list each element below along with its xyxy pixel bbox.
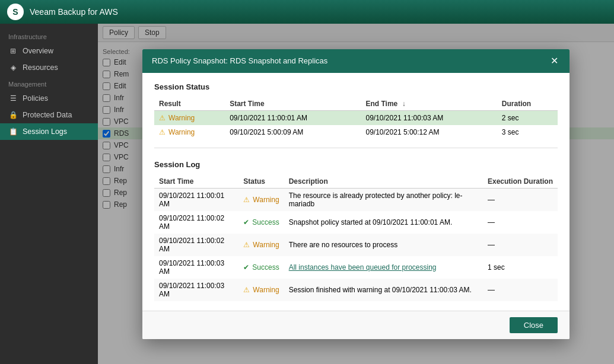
log-description: The resource is already protected by ano…	[289, 191, 463, 208]
warning-icon: ⚠	[243, 286, 250, 294]
log-description[interactable]: All instances have been queued for proce…	[289, 263, 437, 272]
sidebar-item-protected-data-label: Protected Data	[23, 111, 72, 119]
sort-icon: ↓	[402, 100, 406, 108]
log-start-time: 09/10/2021 11:00:03 AM	[154, 279, 238, 301]
log-desc: Session finished with warning at 09/10/2…	[284, 279, 483, 301]
log-col-status: Status	[238, 175, 284, 189]
sidebar-item-resources[interactable]: ◈ Resources	[0, 59, 98, 76]
modal-header: RDS Policy Snapshot: RDS Snapshot and Re…	[142, 49, 570, 73]
status-duration: 2 sec	[497, 110, 558, 125]
management-label: Management	[0, 76, 98, 90]
log-description: Snapshot policy started at 09/10/2021 11…	[289, 218, 453, 226]
log-start-time: 09/10/2021 11:00:02 AM	[154, 211, 238, 234]
app-logo: S	[7, 4, 24, 20]
sidebar-item-policies-label: Policies	[23, 94, 48, 103]
modal-dialog: RDS Policy Snapshot: RDS Snapshot and Re…	[142, 49, 570, 339]
sidebar-item-session-logs[interactable]: 📋 Session Logs	[0, 123, 98, 140]
warning-icon: ⚠	[243, 241, 250, 249]
app-title: Veeam Backup for AWS	[30, 7, 118, 17]
title-bar: S Veeam Backup for AWS	[0, 0, 614, 24]
warning-icon: ⚠	[159, 128, 166, 136]
log-status: ⚠Warning	[238, 279, 284, 301]
log-desc: The resource is already protected by ano…	[284, 188, 483, 211]
log-start-time: 09/10/2021 11:00:01 AM	[154, 188, 238, 211]
policies-icon: ☰	[8, 94, 18, 103]
log-description: There are no resources to process	[289, 241, 397, 249]
status-end-time: 09/10/2021 5:00:12 AM	[361, 125, 497, 139]
resources-icon: ◈	[8, 63, 18, 72]
log-exec-duration: —	[483, 234, 558, 256]
sidebar-item-policies[interactable]: ☰ Policies	[0, 90, 98, 107]
session-status-table: Result Start Time End Time ↓ Duration	[154, 97, 558, 139]
sidebar: Infrastructure ⊞ Overview ◈ Resources Ma…	[0, 24, 98, 364]
app-window: S Veeam Backup for AWS Infrastructure ⊞ …	[0, 0, 614, 364]
session-log-section: Session Log Start Time Status Descriptio…	[154, 160, 558, 301]
log-exec-duration: —	[483, 188, 558, 211]
success-icon: ✔	[243, 263, 249, 272]
log-exec-duration: —	[483, 279, 558, 301]
log-desc: Snapshot policy started at 09/10/2021 11…	[284, 211, 483, 234]
log-start-time: 09/10/2021 11:00:03 AM	[154, 256, 238, 279]
modal-footer: Close	[142, 311, 570, 339]
status-result: ⚠Warning	[154, 110, 225, 125]
success-icon: ✔	[243, 218, 249, 226]
protected-data-icon: 🔒	[8, 110, 18, 120]
main-layout: Infrastructure ⊞ Overview ◈ Resources Ma…	[0, 24, 614, 364]
warning-icon: ⚠	[159, 114, 166, 122]
status-end-time: 09/10/2021 11:00:03 AM	[361, 110, 497, 125]
status-result: ⚠Warning	[154, 125, 225, 139]
log-status: ✔Success	[238, 211, 284, 234]
infrastructure-label: Infrastructure	[0, 28, 98, 43]
sidebar-item-protected-data[interactable]: 🔒 Protected Data	[0, 107, 98, 123]
log-col-desc: Description	[284, 175, 483, 189]
modal-title: RDS Policy Snapshot: RDS Snapshot and Re…	[152, 56, 327, 65]
status-start-time: 09/10/2021 5:00:09 AM	[225, 125, 361, 139]
log-desc: There are no resources to process	[284, 234, 483, 256]
status-col-duration: Duration	[497, 97, 558, 111]
overview-icon: ⊞	[8, 46, 18, 56]
log-status: ⚠Warning	[238, 188, 284, 211]
session-logs-icon: 📋	[8, 127, 18, 136]
sidebar-item-resources-label: Resources	[23, 63, 58, 72]
log-status: ⚠Warning	[238, 234, 284, 256]
status-start-time: 09/10/2021 11:00:01 AM	[225, 110, 361, 125]
log-start-time: 09/10/2021 11:00:02 AM	[154, 234, 238, 256]
session-log-table: Start Time Status Description Execution …	[154, 175, 558, 301]
sidebar-item-session-logs-label: Session Logs	[23, 127, 67, 136]
status-col-end: End Time ↓	[361, 97, 497, 111]
warning-icon: ⚠	[243, 196, 250, 204]
status-duration: 3 sec	[497, 125, 558, 139]
session-log-title: Session Log	[154, 160, 558, 169]
content-area: Policy Stop Selected: Edit Rem Edit Infr…	[98, 24, 614, 364]
log-col-start: Start Time	[154, 175, 238, 189]
session-status-title: Session Status	[154, 82, 558, 91]
modal-overlay: RDS Policy Snapshot: RDS Snapshot and Re…	[98, 24, 614, 364]
log-col-exec: Execution Duration	[483, 175, 558, 189]
log-desc: All instances have been queued for proce…	[284, 256, 483, 279]
sidebar-item-overview-label: Overview	[23, 47, 53, 55]
status-col-start: Start Time	[225, 97, 361, 111]
log-exec-duration: —	[483, 211, 558, 234]
modal-close-button[interactable]: ✕	[548, 55, 560, 67]
sidebar-item-overview[interactable]: ⊞ Overview	[0, 43, 98, 59]
log-status: ✔Success	[238, 256, 284, 279]
status-col-result: Result	[154, 97, 225, 111]
log-exec-duration: 1 sec	[483, 256, 558, 279]
modal-body: Session Status Result Start Time End Tim…	[142, 73, 570, 311]
section-separator	[154, 148, 558, 148]
log-description: Session finished with warning at 09/10/2…	[289, 286, 472, 294]
close-button[interactable]: Close	[510, 317, 558, 333]
